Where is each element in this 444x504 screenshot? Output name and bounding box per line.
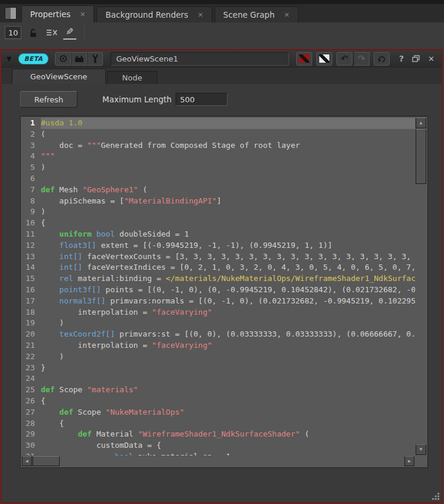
code-line-8[interactable]: 8 apiSchemas = ["MaterialBindingAPI"] <box>21 196 415 207</box>
pane-toolbar: ✎ <box>0 22 444 43</box>
close-icon[interactable]: ✕ <box>197 12 203 18</box>
node-name-input[interactable] <box>111 52 289 66</box>
tab-node[interactable]: Node <box>107 71 158 84</box>
code-line-31[interactable]: 31 bool nuke_material_op = 1 <box>21 451 415 455</box>
line-number: 15 <box>21 273 41 285</box>
center-node-button[interactable] <box>55 52 71 66</box>
pane-top-strip <box>0 0 444 4</box>
node-color-button[interactable] <box>296 52 312 66</box>
undo-button[interactable]: ↶ <box>336 52 352 66</box>
code-text: doc = """Generated from Composed Stage o… <box>41 140 300 151</box>
tab-background-renders[interactable]: Background Renders ✕ <box>96 7 212 22</box>
close-icon[interactable]: ✕ <box>284 12 289 18</box>
line-number: 13 <box>21 251 41 263</box>
tab-scene-graph[interactable]: Scene Graph ✕ <box>215 7 299 22</box>
line-number: 2 <box>21 129 41 140</box>
code-line-3[interactable]: 3 doc = """Generated from Composed Stage… <box>21 140 415 151</box>
close-icon[interactable]: ✕ <box>80 11 85 18</box>
scroll-right-button[interactable]: ▶ <box>404 456 414 466</box>
tab-label: Background Renders <box>105 10 188 20</box>
code-line-30[interactable]: 30 customData = { <box>21 440 415 451</box>
tab-geoviewscene[interactable]: GeoViewScene <box>12 69 106 84</box>
code-line-24[interactable]: 24 <box>21 373 415 385</box>
redo-icon: ↷ <box>358 54 365 63</box>
code-text: def Scope "materials" <box>41 385 138 396</box>
code-text: customData = { <box>41 440 161 451</box>
pane-layout-icon[interactable] <box>5 7 17 20</box>
edit-pencil-icon[interactable]: ✎ <box>63 25 76 40</box>
float-window-button[interactable] <box>412 53 420 64</box>
line-number: 18 <box>21 307 41 318</box>
code-line-25[interactable]: 25def Scope "materials" <box>21 385 415 396</box>
code-line-26[interactable]: 26{ <box>21 396 415 407</box>
gl-color-button[interactable] <box>316 52 332 66</box>
close-all-panels-icon[interactable] <box>45 25 58 40</box>
code-line-18[interactable]: 18 interpolation = "faceVarying" <box>21 307 415 318</box>
redo-button[interactable]: ↷ <box>354 52 370 66</box>
gl-color-swatch-icon <box>319 54 329 63</box>
line-number: 10 <box>21 218 41 229</box>
code-line-14[interactable]: 14 int[] faceVertexIndices = [0, 2, 1, 0… <box>21 262 415 273</box>
help-button[interactable]: ? <box>399 54 404 63</box>
max-panels-input[interactable] <box>5 26 21 39</box>
code-line-10[interactable]: 10{ <box>21 218 415 229</box>
code-line-16[interactable]: 16 point3f[] points = [(0, -1, 0), (0, -… <box>21 285 415 296</box>
code-text: } <box>41 363 46 374</box>
code-line-9[interactable]: 9) <box>21 206 415 218</box>
usd-code-editor[interactable]: 1#usda 1.02(3 doc = """Generated from Co… <box>20 116 428 468</box>
collapse-triangle-icon[interactable]: ▼ <box>7 55 14 63</box>
code-line-1[interactable]: 1#usda 1.0 <box>21 118 415 129</box>
code-text: { <box>41 396 46 407</box>
node-graph-button[interactable] <box>71 52 87 66</box>
code-line-21[interactable]: 21 interpolation = "faceVarying" <box>21 340 415 351</box>
target-icon <box>59 54 67 63</box>
revert-icon <box>377 54 386 63</box>
vertical-scrollbar[interactable]: ▲ ▼ <box>416 118 426 455</box>
refresh-button[interactable]: Refresh <box>20 91 77 108</box>
tab-properties[interactable]: Properties ✕ <box>21 5 94 22</box>
code-line-17[interactable]: 17 normal3f[] primvars:normals = [(0, -1… <box>21 296 415 307</box>
code-line-5[interactable]: 5) <box>21 162 415 173</box>
code-line-23[interactable]: 23} <box>21 363 415 374</box>
code-line-29[interactable]: 29 def Material "WireframeShader1_NdkSur… <box>21 429 415 440</box>
code-line-2[interactable]: 2( <box>21 129 415 140</box>
settings-wrench-button[interactable] <box>87 52 103 66</box>
code-line-22[interactable]: 22 ) <box>21 351 415 363</box>
line-number: 3 <box>21 140 41 151</box>
float-window-icon <box>412 55 420 62</box>
code-text: rel material:binding = </materials/NukeM… <box>41 273 415 285</box>
horizontal-scroll-thumb[interactable] <box>33 456 60 466</box>
code-line-7[interactable]: 7def Mesh "GeoSphere1" ( <box>21 185 415 196</box>
code-line-4[interactable]: 4""" <box>21 151 415 162</box>
code-text: bool nuke_material_op = 1 <box>41 451 231 455</box>
line-number: 7 <box>21 185 41 196</box>
code-text: ) <box>41 162 46 173</box>
code-line-15[interactable]: 15 rel material:binding = </materials/Nu… <box>21 273 415 285</box>
code-line-13[interactable]: 13 int[] faceVertexCounts = [3, 3, 3, 3,… <box>21 251 415 263</box>
code-line-27[interactable]: 27 def Scope "NukeMaterialOps" <box>21 407 415 418</box>
close-panel-button[interactable]: ✕ <box>428 54 435 63</box>
vertical-scroll-thumb[interactable] <box>416 129 426 184</box>
revert-button[interactable] <box>374 52 390 66</box>
properties-pane: Properties ✕ Background Renders ✕ Scene … <box>0 0 444 504</box>
line-number: 16 <box>21 285 41 296</box>
code-line-28[interactable]: 28 { <box>21 418 415 429</box>
line-number: 1 <box>21 118 41 129</box>
scroll-left-button[interactable]: ◀ <box>22 456 32 466</box>
code-text: int[] faceVertexIndices = [0, 2, 1, 0, 3… <box>41 262 415 273</box>
horizontal-scrollbar[interactable]: ◀ ▶ <box>22 456 414 466</box>
code-text: interpolation = "faceVarying" <box>41 340 212 351</box>
code-line-19[interactable]: 19 ) <box>21 318 415 329</box>
code-line-12[interactable]: 12 float3[] extent = [(-0.9945219, -1, -… <box>21 240 415 251</box>
lock-icon[interactable] <box>27 25 40 40</box>
max-length-input[interactable] <box>176 93 228 106</box>
code-line-11[interactable]: 11 uniform bool doubleSided = 1 <box>21 229 415 240</box>
line-number: 25 <box>21 385 41 396</box>
scroll-up-button[interactable]: ▲ <box>416 118 426 128</box>
line-number: 19 <box>21 318 41 329</box>
scroll-down-button[interactable]: ▼ <box>416 444 426 455</box>
node-tabs: GeoViewScene Node <box>2 67 442 84</box>
resize-grip[interactable] <box>432 492 440 500</box>
code-line-20[interactable]: 20 texCoord2f[] primvars:st = [(0, 0), (… <box>21 329 415 340</box>
code-line-6[interactable]: 6 <box>21 173 415 185</box>
